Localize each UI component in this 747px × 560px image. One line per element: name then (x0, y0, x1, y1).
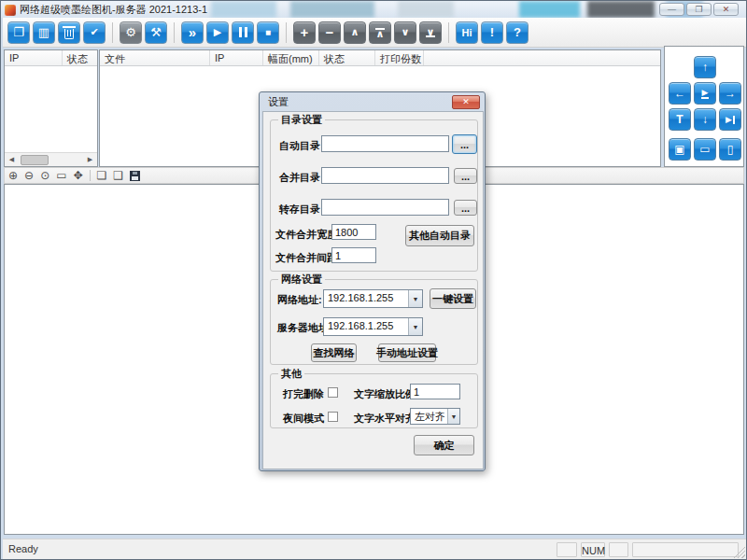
move-to-end-button[interactable]: ▶ (719, 108, 741, 131)
text-scale-input[interactable] (410, 384, 460, 399)
move-down-button[interactable]: ∨ (394, 21, 416, 44)
zoom-out-icon[interactable]: ⊖ (24, 170, 34, 181)
scroll-left-arrow[interactable]: ◀ (5, 153, 19, 166)
find-network-button[interactable]: 查找网络 (311, 343, 357, 362)
merge-gap-input[interactable] (331, 247, 376, 263)
open-file-icon: ❐ (13, 25, 24, 39)
ok-button[interactable]: 确定 (414, 435, 474, 455)
auto-dir-label: 自动目录 (279, 139, 320, 153)
transfer-dir-browse-button[interactable]: ... (454, 200, 477, 216)
one-key-setup-button[interactable]: 一键设置 (430, 288, 476, 309)
save-icon[interactable] (130, 171, 140, 181)
column-header-copies[interactable]: 打印份数 (375, 50, 424, 65)
auto-dir-input[interactable] (321, 135, 449, 152)
network-addr-label: 网络地址: (277, 293, 322, 307)
toolbar-separator (286, 22, 287, 43)
move-left-button[interactable]: ← (669, 82, 691, 105)
hi-button[interactable]: Hi (456, 21, 478, 44)
move-right-button[interactable]: → (719, 82, 741, 105)
dialog-title: 设置 (260, 92, 485, 111)
move-up-button[interactable]: ∧ (344, 21, 366, 44)
column-header-ip[interactable]: IP (5, 50, 63, 65)
play-ruler-icon: ▶ (701, 89, 709, 99)
check-icon: ✔ (90, 26, 98, 38)
text-tool-button[interactable]: T (669, 108, 691, 131)
column-header-status[interactable]: 状态 (319, 50, 375, 65)
column-header-file[interactable]: 文件 (100, 50, 210, 65)
skip-end-icon: ▶ (726, 115, 735, 124)
document-button[interactable]: ▯ (719, 138, 741, 161)
settings-button[interactable]: ⚙ (120, 21, 142, 44)
ruler-button[interactable]: ▭ (694, 138, 716, 161)
server-addr-combo[interactable]: 192.168.1.255 ▼ (323, 317, 423, 336)
text-align-value: 左对齐 (411, 409, 447, 424)
help-button[interactable]: ? (506, 21, 529, 44)
text-align-combo[interactable]: 左对齐 ▼ (410, 408, 460, 425)
merge-width-input[interactable] (331, 224, 376, 240)
merge-dir-label: 合并目录 (279, 171, 320, 185)
network-addr-combo[interactable]: 192.168.1.255 ▼ (323, 289, 423, 308)
toolbar-separator (112, 22, 113, 43)
minus-icon: − (326, 24, 334, 40)
client-list-header: IP 状态 (5, 50, 97, 66)
start-button[interactable]: ▶ (206, 21, 229, 44)
delete-after-print-checkbox[interactable] (328, 387, 338, 398)
column-header-ip[interactable]: IP (210, 50, 263, 65)
stop-icon: ■ (265, 27, 271, 37)
remove-button[interactable]: − (318, 21, 341, 44)
confirm-button[interactable]: ✔ (83, 21, 106, 44)
pan-icon[interactable]: ✥ (74, 170, 83, 181)
transfer-dir-label: 转存目录 (279, 203, 320, 217)
select-area-icon[interactable]: ▭ (56, 170, 66, 181)
move-up-button[interactable]: ↑ (694, 56, 716, 78)
stop-button[interactable]: ■ (257, 21, 279, 44)
maximize-button[interactable]: ❐ (686, 3, 712, 16)
alert-button[interactable]: ! (481, 21, 503, 44)
plus-icon: + (301, 24, 309, 40)
chevron-down-icon[interactable]: ▼ (408, 318, 422, 335)
tools-button[interactable]: ⚒ (145, 21, 167, 44)
chevron-up-bar-icon: ∧ (375, 28, 385, 37)
close-button[interactable]: ✕ (713, 3, 739, 16)
num-lock-indicator: NUM (581, 542, 605, 557)
chevron-down-icon[interactable]: ▼ (408, 290, 422, 307)
glass-blur-decor (398, 1, 454, 18)
scroll-thumb[interactable] (21, 155, 49, 165)
chevron-down-icon[interactable]: ▼ (447, 409, 459, 424)
column-header-status[interactable]: 状态 (63, 50, 97, 65)
file-list-header: 文件 IP 幅面(mm) 状态 打印份数 (100, 50, 660, 66)
chevron-down-icon: ∨ (402, 26, 410, 38)
night-mode-checkbox[interactable] (328, 412, 338, 422)
other-auto-dirs-button[interactable]: 其他自动目录 (405, 225, 474, 246)
column-header-width[interactable]: 幅面(mm) (263, 50, 319, 65)
delete-after-print-label: 打完删除 (283, 387, 324, 401)
dialog-close-button[interactable]: ✕ (452, 95, 480, 109)
horizontal-scrollbar[interactable]: ◀ ▶ (5, 152, 97, 166)
manual-addr-button[interactable]: 手动地址设置 (378, 343, 436, 362)
merge-dir-input[interactable] (321, 167, 449, 184)
add-button[interactable]: + (293, 21, 316, 44)
transfer-dir-input[interactable] (321, 199, 449, 216)
delete-button[interactable] (58, 21, 80, 44)
page-preview-icon[interactable]: ❑ (113, 170, 123, 181)
print-start-button[interactable]: ▶ (694, 82, 716, 105)
fast-forward-button[interactable]: » (181, 21, 204, 44)
scroll-right-arrow[interactable]: ▶ (83, 153, 97, 166)
minimize-button[interactable]: — (659, 3, 684, 16)
exclamation-icon: ! (490, 25, 494, 39)
merge-dir-browse-button[interactable]: ... (454, 168, 477, 184)
statusbar: Ready NUM (3, 539, 746, 559)
open-file-button[interactable]: ❐ (7, 21, 30, 44)
zoom-reset-icon[interactable]: ⊙ (40, 170, 49, 181)
zoom-in-icon[interactable]: ⊕ (8, 170, 18, 181)
photo-button[interactable]: ▣ (669, 138, 691, 161)
pause-button[interactable] (232, 21, 254, 44)
view-columns-button[interactable]: ▥ (33, 21, 55, 44)
move-down-button[interactable]: ↓ (694, 108, 716, 131)
toolbar-separator (174, 22, 175, 43)
move-top-button[interactable]: ∧ (369, 21, 391, 44)
copy-icon[interactable]: ❏ (97, 170, 107, 181)
app-icon (5, 5, 16, 16)
auto-dir-browse-button[interactable]: ... (452, 134, 477, 154)
move-bottom-button[interactable]: ∨ (419, 21, 442, 44)
